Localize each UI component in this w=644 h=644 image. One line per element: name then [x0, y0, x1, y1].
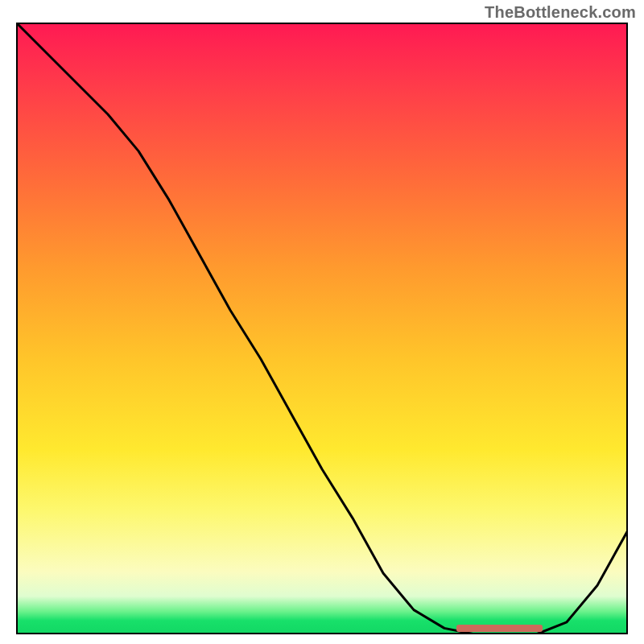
chart-area	[16, 23, 628, 634]
bottleneck-curve	[16, 23, 628, 634]
optimal-range-marker	[456, 625, 542, 632]
curve-layer	[16, 23, 628, 634]
watermark-text: TheBottleneck.com	[485, 3, 636, 22]
